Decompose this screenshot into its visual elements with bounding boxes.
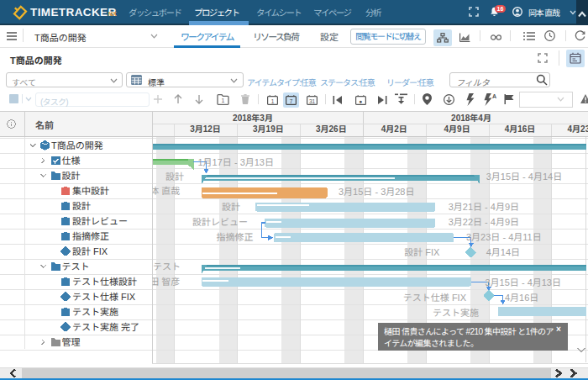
svg-text:集中設計: 集中設計 (72, 186, 109, 196)
svg-text:4月14日: 4月14日 (486, 247, 520, 257)
svg-text:3月22日 - 4月9日: 3月22日 - 4月9日 (449, 217, 519, 227)
svg-text:●: ● (359, 98, 362, 103)
svg-text:3月21日 - 4月9日: 3月21日 - 4月9日 (449, 202, 519, 212)
svg-text:1月17日 - 3月13日: 1月17日 - 3月13日 (198, 157, 274, 167)
svg-text:2018年3月: 2018年3月 (233, 113, 273, 123)
svg-text:テスト実施: テスト実施 (72, 307, 118, 317)
svg-text:設計: 設計 (165, 172, 184, 182)
svg-text:7: 7 (290, 98, 293, 103)
svg-text:3月12日: 3月12日 (190, 124, 221, 134)
svg-text:3月19日: 3月19日 (253, 124, 284, 134)
svg-text:設計 FIX: 設計 FIX (404, 247, 440, 257)
svg-text:2018年4月: 2018年4月 (451, 113, 491, 123)
svg-text:1: 1 (221, 98, 224, 103)
svg-text:テスト仕様設計: テスト仕様設計 (72, 277, 137, 287)
svg-text:イテムが編集されました。: イテムが編集されました。 (384, 339, 478, 348)
svg-text:テスト仕様 FIX: テスト仕様 FIX (72, 292, 136, 302)
svg-text:名前: 名前 (35, 120, 54, 130)
svg-text:テスト実施: テスト実施 (433, 308, 479, 318)
svg-text:テスト: テスト (62, 261, 90, 272)
svg-text:テスト実施 完了: テスト実施 完了 (72, 322, 139, 332)
svg-text:仕様: 仕様 (62, 156, 81, 166)
svg-text:田 智彦: 田 智彦 (150, 277, 180, 287)
svg-text:3月26日: 3月26日 (316, 124, 347, 134)
svg-text:指摘修正: 指摘修正 (217, 232, 254, 242)
svg-text:テスト: テスト (153, 261, 181, 272)
svg-text:T商品の開発: T商品の開発 (51, 140, 103, 150)
svg-text:3月23日 - 4月11日: 3月23日 - 4月11日 (466, 232, 542, 242)
svg-text:体 直哉: 体 直哉 (150, 186, 180, 196)
svg-text:管理: 管理 (62, 337, 81, 347)
svg-text:3月15日 - 3月28日: 3月15日 - 3月28日 (339, 187, 414, 197)
svg-text:4月23日: 4月23日 (568, 124, 588, 134)
svg-text:4月16日: 4月16日 (505, 293, 538, 303)
svg-text:設計: 設計 (62, 171, 81, 181)
svg-text:A: A (492, 93, 496, 99)
svg-text:4月9日: 4月9日 (444, 124, 470, 134)
svg-text:指摘修正: 指摘修正 (72, 231, 109, 241)
svg-text:設計: 設計 (222, 202, 240, 212)
svg-text:設計レビュー: 設計レビュー (192, 217, 248, 227)
svg-text:設計: 設計 (72, 201, 91, 211)
svg-text:×: × (556, 325, 561, 334)
svg-text:テスト仕様 FIX: テスト仕様 FIX (403, 293, 467, 303)
svg-text:4月2日: 4月2日 (381, 124, 407, 134)
svg-text:設計レビュー: 設計レビュー (72, 216, 128, 226)
svg-text:3月15日 - 4月13日: 3月15日 - 4月13日 (486, 277, 561, 288)
svg-text:設計 FIX: 設計 FIX (72, 246, 108, 256)
svg-text:3月15日 - 4月14日: 3月15日 - 4月14日 (486, 172, 562, 182)
svg-text:1: 1 (270, 98, 274, 103)
svg-text:31: 31 (308, 98, 315, 103)
svg-text:樋田 信貴さんによって #210 集中設計 と1件のア: 樋田 信貴さんによって #210 集中設計 と1件のア (384, 327, 554, 336)
svg-text:4月16日: 4月16日 (505, 124, 536, 134)
